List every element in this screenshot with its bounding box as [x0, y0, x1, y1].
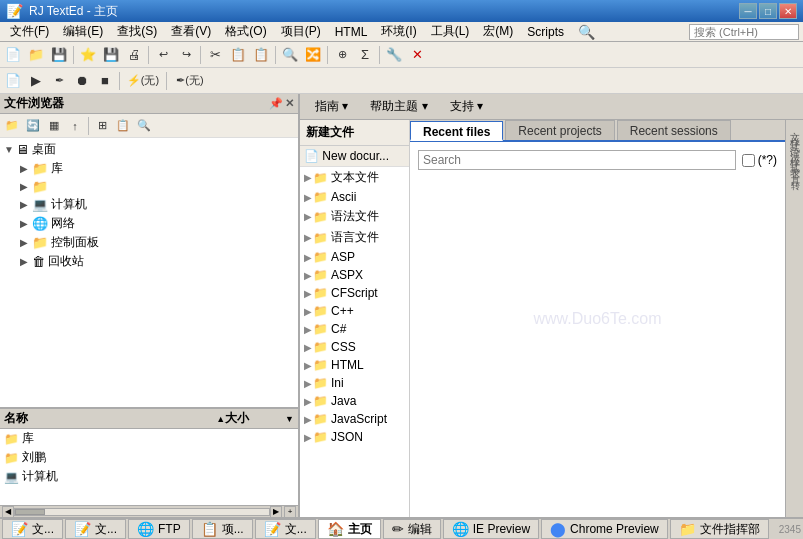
tb-settings[interactable]: 🔧: [383, 44, 405, 66]
close-button[interactable]: ✕: [779, 3, 797, 19]
tab-recent-sessions[interactable]: Recent sessions: [617, 120, 731, 140]
tree-item-desktop[interactable]: ▼ 🖥 桌面: [0, 140, 298, 159]
fb-search[interactable]: 🔍: [134, 117, 154, 135]
rt-help-btn[interactable]: 帮助主题 ▾: [361, 95, 436, 118]
scroll-right-btn[interactable]: ▶: [270, 506, 282, 518]
rs-icon-6[interactable]: 式: [787, 152, 803, 156]
rs-icon-1[interactable]: 样: [787, 127, 803, 131]
tb2-pen[interactable]: ✒: [48, 70, 70, 92]
tb-star[interactable]: ⭐: [77, 44, 99, 66]
tree-item-user[interactable]: ▶ 📁: [0, 178, 298, 195]
scroll-thumb[interactable]: [15, 509, 45, 515]
status-tab-home[interactable]: 🏠 主页: [318, 519, 381, 539]
status-tab-0[interactable]: 📝 文...: [2, 519, 63, 539]
rs-icon-2[interactable]: 式: [787, 132, 803, 136]
fb-up[interactable]: ↑: [65, 117, 85, 135]
tb2-none1[interactable]: ⚡(无): [123, 70, 163, 92]
rs-icon-10[interactable]: 转: [787, 172, 803, 176]
rs-icon-4[interactable]: 法: [787, 142, 803, 146]
tb-format[interactable]: ⊕: [331, 44, 353, 66]
menu-env[interactable]: 环境(I): [375, 21, 422, 42]
fb-new-folder[interactable]: 📁: [2, 117, 22, 135]
tb-copy[interactable]: 📋: [227, 44, 249, 66]
tb-cut[interactable]: ✂: [204, 44, 226, 66]
new-file-top-item[interactable]: 📄 New docur...: [300, 146, 409, 167]
menu-file[interactable]: 文件(F): [4, 21, 55, 42]
maximize-button[interactable]: □: [759, 3, 777, 19]
tree-item-recycle[interactable]: ▶ 🗑 回收站: [0, 252, 298, 271]
tab-recent-files[interactable]: Recent files: [410, 121, 503, 141]
rt-support-btn[interactable]: 支持 ▾: [441, 95, 492, 118]
fb-grid[interactable]: ⊞: [92, 117, 112, 135]
nf-item-6[interactable]: ▶ 📁 CFScript: [300, 284, 409, 302]
tree-item-control[interactable]: ▶ 📁 控制面板: [0, 233, 298, 252]
status-tab-files[interactable]: 📁 文件指挥部: [670, 519, 769, 539]
tb-find[interactable]: 🔍: [279, 44, 301, 66]
rs-icon-7[interactable]: 表: [787, 157, 803, 161]
nf-item-4[interactable]: ▶ 📁 ASP: [300, 248, 409, 266]
nf-item-9[interactable]: ▶ 📁 CSS: [300, 338, 409, 356]
tb-open[interactable]: 📁: [25, 44, 47, 66]
tb2-stop[interactable]: ■: [94, 70, 116, 92]
tb-redo[interactable]: ↪: [175, 44, 197, 66]
rs-icon-0[interactable]: 文: [787, 122, 803, 126]
status-tab-3[interactable]: 📋 项...: [192, 519, 253, 539]
status-tab-chrome[interactable]: ⬤ Chrome Preview: [541, 519, 668, 539]
rs-icon-8[interactable]: 工: [787, 162, 803, 166]
menu-search-input[interactable]: [689, 24, 799, 40]
nf-item-10[interactable]: ▶ 📁 HTML: [300, 356, 409, 374]
rs-icon-9[interactable]: 具: [787, 167, 803, 171]
rs-icon-5[interactable]: 样: [787, 147, 803, 151]
tb-paste[interactable]: 📋: [250, 44, 272, 66]
menu-tools[interactable]: 工具(L): [425, 21, 476, 42]
nf-item-3[interactable]: ▶ 📁 语言文件: [300, 227, 409, 248]
tree-item-network[interactable]: ▶ 🌐 网络: [0, 214, 298, 233]
panel-close-button[interactable]: ✕: [285, 97, 294, 110]
nf-item-5[interactable]: ▶ 📁 ASPX: [300, 266, 409, 284]
tb-save[interactable]: 💾: [48, 44, 70, 66]
status-tab-edit[interactable]: ✏ 编辑: [383, 519, 441, 539]
fb-refresh[interactable]: 🔄: [23, 117, 43, 135]
search-input[interactable]: [418, 150, 736, 170]
menu-edit[interactable]: 编辑(E): [57, 21, 109, 42]
tb2-record[interactable]: ⏺: [71, 70, 93, 92]
menu-macro[interactable]: 宏(M): [477, 21, 519, 42]
menu-html[interactable]: HTML: [329, 23, 374, 41]
nf-item-1[interactable]: ▶ 📁 Ascii: [300, 188, 409, 206]
search-checkbox-input[interactable]: [742, 154, 755, 167]
tb-replace[interactable]: 🔀: [302, 44, 324, 66]
menu-format[interactable]: 格式(O): [219, 21, 272, 42]
nf-item-14[interactable]: ▶ 📁 JSON: [300, 428, 409, 446]
menu-scripts[interactable]: Scripts: [521, 23, 570, 41]
nf-item-2[interactable]: ▶ 📁 语法文件: [300, 206, 409, 227]
status-tab-2[interactable]: 🌐 FTP: [128, 519, 190, 539]
tb2-play[interactable]: ▶: [25, 70, 47, 92]
scroll-track[interactable]: [14, 508, 270, 516]
menu-find[interactable]: 查找(S): [111, 21, 163, 42]
status-tab-4[interactable]: 📝 文...: [255, 519, 316, 539]
scroll-left-btn[interactable]: ◀: [2, 506, 14, 518]
menu-view[interactable]: 查看(V): [165, 21, 217, 42]
tree-item-lib[interactable]: ▶ 📁 库: [0, 159, 298, 178]
status-tab-1[interactable]: 📝 文...: [65, 519, 126, 539]
tb2-icon1[interactable]: 📄: [2, 70, 24, 92]
tree-item-computer[interactable]: ▶ 💻 计算机: [0, 195, 298, 214]
tb-save2[interactable]: 💾: [100, 44, 122, 66]
nf-item-0[interactable]: ▶ 📁 文本文件: [300, 167, 409, 188]
tab-recent-projects[interactable]: Recent projects: [505, 120, 614, 140]
list-item-2[interactable]: 💻 计算机: [0, 467, 298, 486]
status-tab-ie[interactable]: 🌐 IE Preview: [443, 519, 539, 539]
tb2-none2[interactable]: ✒(无): [170, 70, 210, 92]
nf-item-7[interactable]: ▶ 📁 C++: [300, 302, 409, 320]
nf-item-11[interactable]: ▶ 📁 Ini: [300, 374, 409, 392]
tb-print[interactable]: 🖨: [123, 44, 145, 66]
panel-pin-button[interactable]: 📌: [269, 97, 283, 110]
list-item-1[interactable]: 📁 刘鹏: [0, 448, 298, 467]
minimize-button[interactable]: ─: [739, 3, 757, 19]
tb-extra[interactable]: ✕: [406, 44, 428, 66]
tb-new[interactable]: 📄: [2, 44, 24, 66]
nf-item-12[interactable]: ▶ 📁 Java: [300, 392, 409, 410]
tb-sigma[interactable]: Σ: [354, 44, 376, 66]
add-btn[interactable]: +: [284, 506, 296, 518]
fb-copy[interactable]: 📋: [113, 117, 133, 135]
